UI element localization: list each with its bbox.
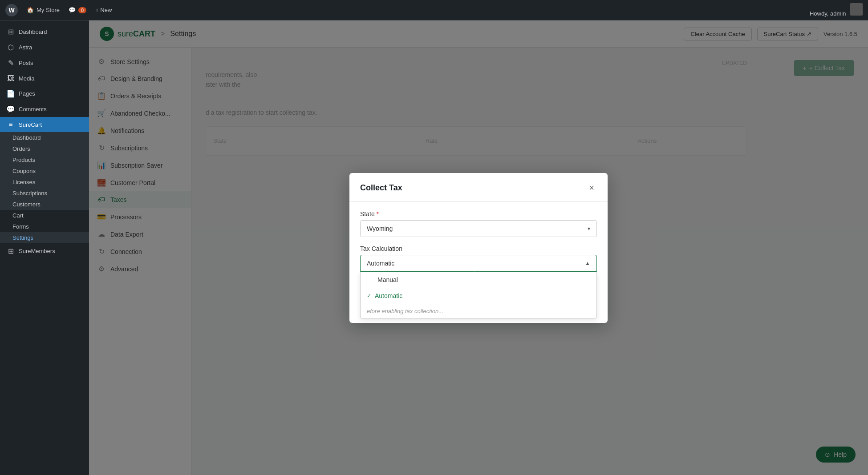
sidebar-sub-customers[interactable]: Customers — [0, 199, 89, 210]
sidebar: ⊞ Dashboard ⬡ Astra ✎ Posts 🖼 Media 📄 Pa… — [0, 20, 89, 475]
dropdown-option-manual[interactable]: Manual — [361, 272, 596, 288]
tax-calc-form-group: Tax Calculation Automatic ▲ Manual — [360, 245, 597, 272]
tax-calc-select-wrapper: Automatic ▲ Manual ✓ — [360, 255, 597, 272]
check-icon: ✓ — [367, 293, 371, 299]
modal-close-button[interactable]: × — [586, 182, 597, 194]
pages-icon: 📄 — [6, 89, 15, 98]
sidebar-sub-orders[interactable]: Orders — [0, 143, 89, 154]
comments-nav-icon: 💬 — [6, 105, 15, 113]
sidebar-item-dashboard[interactable]: ⊞ Dashboard — [0, 24, 89, 40]
modal-overlay[interactable]: Collect Tax × State * Wyoming — [89, 20, 868, 475]
suremembers-icon: ⊞ — [6, 247, 15, 255]
tax-calc-label: Tax Calculation — [360, 245, 597, 252]
state-arrow-icon: ▾ — [588, 225, 590, 232]
sidebar-sub-coupons[interactable]: Coupons — [0, 165, 89, 177]
tax-calc-arrow-icon: ▲ — [585, 260, 590, 266]
wp-logo-icon[interactable]: W — [5, 4, 18, 16]
dashboard-icon: ⊞ — [6, 28, 15, 36]
blurred-info-text: efore enabling tax collection... — [361, 304, 596, 318]
new-link[interactable]: + New — [95, 7, 112, 13]
required-star: * — [377, 210, 379, 217]
sidebar-sub-forms[interactable]: Forms — [0, 221, 89, 232]
sidebar-item-comments[interactable]: 💬 Comments — [0, 101, 89, 117]
sidebar-sub-licenses[interactable]: Licenses — [0, 177, 89, 188]
state-select-wrapper: Wyoming ▾ — [360, 220, 597, 237]
sidebar-item-pages[interactable]: 📄 Pages — [0, 86, 89, 101]
modal-header: Collect Tax × — [349, 173, 608, 201]
posts-icon: ✎ — [6, 59, 15, 67]
sidebar-sub-settings[interactable]: Settings — [0, 232, 89, 243]
tax-calc-select[interactable]: Automatic ▲ — [360, 255, 597, 272]
comment-icon: 💬 — [69, 7, 76, 13]
home-icon: 🏠 — [27, 7, 34, 13]
howdy-text: Howdy, admin — [810, 3, 863, 17]
sidebar-sub-dashboard[interactable]: Dashboard — [0, 132, 89, 143]
avatar — [850, 3, 863, 16]
sidebar-sub-cart[interactable]: Cart — [0, 210, 89, 221]
modal-body: State * Wyoming ▾ Tax Calculation — [349, 201, 608, 289]
state-form-group: State * Wyoming ▾ — [360, 210, 597, 237]
collect-tax-modal: Collect Tax × State * Wyoming — [349, 173, 608, 323]
dropdown-option-automatic[interactable]: ✓ Automatic — [361, 288, 596, 304]
sidebar-item-astra[interactable]: ⬡ Astra — [0, 40, 89, 55]
sidebar-sub-subscriptions[interactable]: Subscriptions — [0, 188, 89, 199]
admin-bar: W 🏠 My Store 💬 0 + New Howdy, admin — [0, 0, 868, 20]
astra-icon: ⬡ — [6, 43, 15, 52]
sidebar-item-media[interactable]: 🖼 Media — [0, 71, 89, 86]
tax-calc-dropdown: Manual ✓ Automatic efore enabling tax co… — [360, 272, 597, 318]
state-select[interactable]: Wyoming ▾ — [360, 220, 597, 237]
sidebar-item-suremembers[interactable]: ⊞ SureMembers — [0, 243, 89, 259]
surecart-icon: ≡ — [6, 121, 15, 129]
main-layout: ⊞ Dashboard ⬡ Astra ✎ Posts 🖼 Media 📄 Pa… — [0, 20, 868, 475]
state-label: State * — [360, 210, 597, 217]
media-icon: 🖼 — [6, 74, 15, 82]
sidebar-item-surecart[interactable]: ≡ SureCart — [0, 117, 89, 132]
sidebar-sub-products[interactable]: Products — [0, 154, 89, 165]
sidebar-item-posts[interactable]: ✎ Posts — [0, 55, 89, 71]
modal-title: Collect Tax — [360, 183, 402, 193]
surecart-submenu: Dashboard Orders Products Coupons Licens… — [0, 132, 89, 210]
content-area: S sureCART > Settings Clear Account Cach… — [89, 20, 868, 475]
comments-link[interactable]: 💬 0 — [69, 7, 86, 13]
my-store-link[interactable]: 🏠 My Store — [27, 7, 60, 13]
